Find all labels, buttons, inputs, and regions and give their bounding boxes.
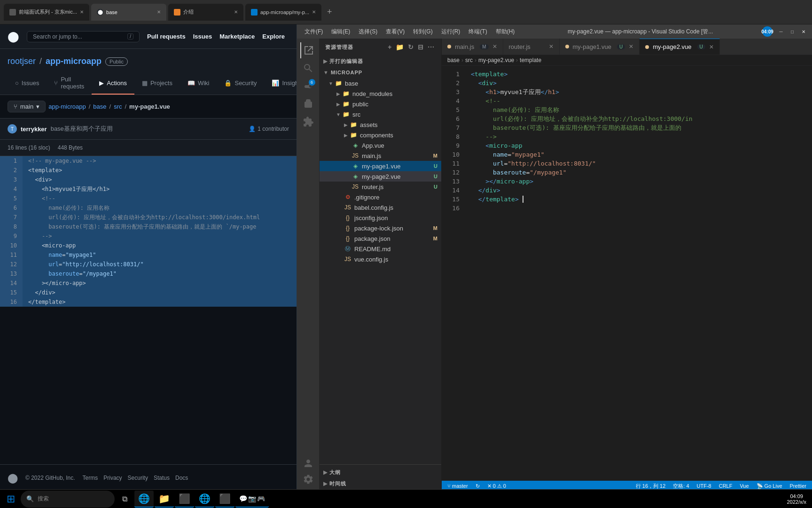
taskbar-chrome[interactable]: 🌐 bbox=[195, 491, 214, 508]
minimize-btn[interactable]: ─ bbox=[776, 27, 786, 36]
tree-item-package-json[interactable]: {} package.json M bbox=[320, 233, 441, 244]
tab-close-main[interactable]: ✕ bbox=[492, 43, 497, 50]
tree-item-base[interactable]: ▼ 📁 base bbox=[320, 78, 441, 88]
bc-base[interactable]: base bbox=[447, 57, 460, 64]
start-button[interactable]: ⊞ bbox=[2, 491, 20, 508]
collapse-btn[interactable]: ⊟ bbox=[417, 42, 425, 52]
panel-outline[interactable]: ▶ 大纲 bbox=[320, 467, 441, 478]
repo-tab-wiki[interactable]: 📖 Wiki bbox=[180, 72, 217, 95]
bc-file[interactable]: my-page2.vue bbox=[478, 57, 514, 64]
code-editor-area[interactable]: 12345678910111213141516 <template> <div>… bbox=[442, 66, 812, 481]
menu-view[interactable]: 查看(V) bbox=[382, 27, 408, 37]
panel-timeline[interactable]: ▶ 时间线 bbox=[320, 478, 441, 489]
tree-item-src[interactable]: ▼ 📁 src bbox=[320, 109, 441, 119]
tree-item-babel[interactable]: JS babel.config.js bbox=[320, 202, 441, 213]
menu-terminal[interactable]: 终端(T) bbox=[465, 27, 491, 37]
menu-edit[interactable]: 编辑(E) bbox=[328, 27, 354, 37]
activity-settings[interactable] bbox=[300, 471, 316, 487]
footer-terms[interactable]: Terms bbox=[83, 475, 98, 481]
new-tab-btn[interactable]: + bbox=[327, 7, 332, 17]
tree-item-vue-config[interactable]: JS vue.config.js bbox=[320, 254, 441, 264]
branch-selector[interactable]: ⑂ main ▾ bbox=[8, 101, 46, 112]
new-file-btn[interactable]: + bbox=[387, 42, 393, 52]
repo-tab-pull[interactable]: ⑂ Pull requests bbox=[47, 72, 92, 95]
editor-tab-page2[interactable]: my-page2.vue U ✕ bbox=[640, 39, 720, 55]
section-open-editors[interactable]: ▶ 开打的编辑器 bbox=[320, 56, 441, 67]
tab-close-1[interactable]: ✕ bbox=[80, 9, 84, 15]
nav-marketplace[interactable]: Marketplace bbox=[219, 33, 255, 40]
browser-tab-3[interactable]: 介绍 ✕ bbox=[168, 4, 243, 21]
footer-security[interactable]: Security bbox=[128, 475, 148, 481]
repo-tab-projects[interactable]: ▦ Projects bbox=[134, 72, 180, 95]
tree-item-page2[interactable]: ◈ my-page2.vue U bbox=[320, 171, 441, 182]
tree-item-components[interactable]: ▶ 📁 components bbox=[320, 130, 441, 140]
activity-search[interactable] bbox=[300, 60, 316, 76]
editor-tab-router[interactable]: router.js ✕ bbox=[503, 39, 560, 55]
tab-close-4[interactable]: ✕ bbox=[312, 9, 316, 15]
breadcrumb-repo[interactable]: app-microapp bbox=[48, 103, 86, 110]
tree-item-router[interactable]: JS router.js U bbox=[320, 182, 441, 192]
taskbar-terminal[interactable]: ⬛ bbox=[215, 491, 234, 508]
taskbar-apps[interactable]: 💬 📷 🎮 bbox=[235, 491, 269, 508]
repo-tab-issues[interactable]: ○ Issues bbox=[8, 72, 47, 95]
menu-goto[interactable]: 转到(G) bbox=[409, 27, 436, 37]
tree-item-gitignore[interactable]: ⚙ .gitignore bbox=[320, 192, 441, 202]
activity-debug[interactable] bbox=[300, 96, 316, 112]
footer-docs[interactable]: Docs bbox=[175, 475, 188, 481]
tree-item-node-modules[interactable]: ▶ 📁 node_modules bbox=[320, 88, 441, 99]
github-search[interactable]: Search or jump to... / bbox=[27, 31, 140, 42]
editor-tab-page1[interactable]: my-page1.vue U ✕ bbox=[560, 39, 640, 55]
tab-close-3[interactable]: ✕ bbox=[234, 9, 238, 15]
more-actions-btn[interactable]: ··· bbox=[427, 42, 436, 52]
tab-close-2[interactable]: ✕ bbox=[157, 9, 161, 15]
browser-tab-1[interactable]: 前端面试系列 - 京东mic... ✕ bbox=[4, 4, 89, 21]
taskbar-edge[interactable]: 🌐 bbox=[134, 491, 154, 508]
nav-explore[interactable]: Explore bbox=[262, 33, 285, 40]
tab-close-router[interactable]: ✕ bbox=[549, 43, 554, 50]
code-view[interactable]: 1<!-- my-page.vue -->2<template>3 <div>4… bbox=[0, 156, 297, 464]
footer-privacy[interactable]: Privacy bbox=[103, 475, 122, 481]
refresh-btn[interactable]: ↻ bbox=[407, 42, 415, 52]
taskbar-vscode[interactable]: ⬛ bbox=[175, 491, 194, 508]
tab-close-page2[interactable]: ✕ bbox=[709, 44, 714, 50]
taskbar-explorer[interactable]: 📁 bbox=[155, 491, 174, 508]
tree-item-jsconfig[interactable]: {} jsconfig.json bbox=[320, 213, 441, 223]
repo-tab-insights[interactable]: 📊 Insights bbox=[264, 72, 297, 95]
breadcrumb-base[interactable]: base bbox=[93, 103, 106, 110]
editor-tab-main[interactable]: main.js M ✕ bbox=[442, 39, 503, 55]
menu-help[interactable]: 帮助(H) bbox=[492, 27, 519, 37]
tree-item-main-js[interactable]: JS main.js M bbox=[320, 151, 441, 161]
tree-item-page1[interactable]: ◈ my-page1.vue U bbox=[320, 161, 441, 171]
menu-run[interactable]: 运行(R) bbox=[437, 27, 464, 37]
tree-item-public[interactable]: ▶ 📁 public bbox=[320, 99, 441, 109]
footer-status[interactable]: Status bbox=[154, 475, 170, 481]
section-microapp[interactable]: ▼ MICROAPP bbox=[320, 67, 441, 78]
activity-extensions[interactable] bbox=[300, 114, 316, 130]
tree-item-assets[interactable]: ▶ 📁 assets bbox=[320, 119, 441, 130]
browser-tab-4[interactable]: app-microapp/my-p... ✕ bbox=[245, 4, 321, 21]
search-taskbar[interactable]: 🔍 搜索 bbox=[21, 491, 115, 508]
maximize-btn[interactable]: □ bbox=[788, 27, 797, 36]
activity-account[interactable] bbox=[300, 455, 316, 471]
menu-select[interactable]: 选择(S) bbox=[355, 27, 381, 37]
task-view-btn[interactable]: ⧉ bbox=[116, 491, 133, 508]
nav-issues[interactable]: Issues bbox=[193, 33, 212, 40]
close-btn[interactable]: ✕ bbox=[799, 27, 808, 36]
bc-src[interactable]: src bbox=[465, 57, 473, 64]
repo-tab-actions[interactable]: ▶ Actions bbox=[92, 72, 134, 95]
menu-file[interactable]: 文件(F) bbox=[301, 27, 327, 37]
commit-author[interactable]: terrykker bbox=[21, 126, 47, 133]
repo-owner[interactable]: rootjser bbox=[8, 56, 36, 66]
tree-item-package-lock[interactable]: {} package-lock.json M bbox=[320, 223, 441, 233]
activity-source-control[interactable]: 6 bbox=[300, 78, 316, 94]
repo-name[interactable]: app-microapp bbox=[46, 56, 102, 66]
tab-close-page1[interactable]: ✕ bbox=[629, 43, 633, 50]
nav-pull-requests[interactable]: Pull requests bbox=[147, 33, 186, 40]
breadcrumb-src[interactable]: src bbox=[114, 103, 122, 110]
tree-item-app-vue[interactable]: ◈ App.vue bbox=[320, 140, 441, 151]
editor-content[interactable]: <template> <div> <h1>myvue1子应用</h1> <!--… bbox=[465, 66, 812, 481]
activity-explorer[interactable] bbox=[300, 42, 316, 58]
browser-tab-2[interactable]: ⬤ base ✕ bbox=[91, 4, 166, 21]
new-folder-btn[interactable]: 📁 bbox=[395, 42, 405, 52]
bc-template[interactable]: template bbox=[520, 57, 541, 64]
